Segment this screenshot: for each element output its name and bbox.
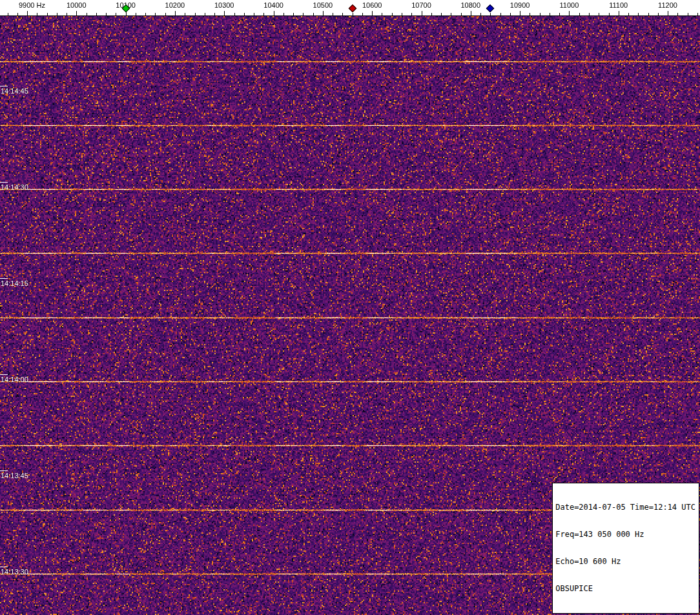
freq-minor-tick xyxy=(313,13,314,15)
freq-minor-tick xyxy=(57,13,57,15)
freq-minor-tick xyxy=(155,13,156,15)
freq-minor-tick xyxy=(540,13,540,15)
freq-minor-tick xyxy=(411,13,412,15)
freq-major-tick xyxy=(520,11,520,15)
waterfall-area: 14:14:4514:14:3014:14:1514:14:0014:13:45… xyxy=(0,16,700,615)
freq-minor-tick xyxy=(185,13,185,15)
freq-minor-tick xyxy=(658,13,659,15)
freq-minor-tick xyxy=(402,13,402,15)
frequency-axis[interactable]: 9900 Hz100001010010200103001040010500106… xyxy=(0,0,700,16)
freq-minor-tick xyxy=(342,13,343,15)
freq-axis-label: 10700 xyxy=(411,1,431,9)
freq-axis-label: 10000 xyxy=(67,1,87,9)
freq-minor-tick xyxy=(303,13,304,15)
freq-minor-tick xyxy=(353,13,353,15)
freq-axis-label: 9900 Hz xyxy=(19,1,45,9)
freq-axis-label: 11100 xyxy=(609,1,628,9)
red-diamond-marker[interactable] xyxy=(348,5,356,13)
freq-minor-tick xyxy=(688,13,688,15)
freq-minor-tick xyxy=(47,13,48,15)
info-frequency: Freq=143 050 000 Hz xyxy=(555,530,695,539)
freq-major-tick xyxy=(422,11,422,15)
freq-minor-tick xyxy=(293,13,294,15)
info-date-time: Date=2014-07-05 Time=12:14 UTC xyxy=(555,503,695,512)
freq-minor-tick xyxy=(638,13,639,15)
freq-minor-tick xyxy=(205,13,205,15)
freq-minor-tick xyxy=(136,13,136,15)
freq-minor-tick xyxy=(283,13,284,15)
freq-minor-tick xyxy=(244,13,245,15)
freq-minor-tick xyxy=(37,13,37,15)
freq-major-tick xyxy=(619,11,619,15)
freq-minor-tick xyxy=(579,13,580,15)
freq-axis-label: 10900 xyxy=(510,1,530,9)
freq-axis-label: 10500 xyxy=(313,1,333,9)
freq-minor-tick xyxy=(392,13,393,15)
freq-minor-tick xyxy=(234,13,235,15)
freq-major-tick xyxy=(323,11,324,15)
freq-axis-label: 10200 xyxy=(165,1,185,9)
freq-minor-tick xyxy=(677,13,678,15)
freq-major-tick xyxy=(175,11,176,15)
freq-minor-tick xyxy=(530,13,530,15)
freq-minor-tick xyxy=(67,13,67,15)
station-info-box: Date=2014-07-05 Time=12:14 UTC Freq=143 … xyxy=(552,483,699,614)
freq-minor-tick xyxy=(697,13,698,15)
freq-major-tick xyxy=(27,11,28,15)
freq-minor-tick xyxy=(480,13,481,15)
freq-minor-tick xyxy=(116,13,116,15)
freq-minor-tick xyxy=(500,13,501,15)
freq-minor-tick xyxy=(362,13,363,15)
freq-major-tick xyxy=(274,11,274,15)
freq-axis-label: 10300 xyxy=(214,1,234,9)
freq-minor-tick xyxy=(254,13,254,15)
freq-axis-label: 10400 xyxy=(263,1,283,9)
freq-minor-tick xyxy=(263,13,264,15)
freq-minor-tick xyxy=(461,13,462,15)
freq-minor-tick xyxy=(106,13,107,15)
freq-minor-tick xyxy=(431,13,432,15)
freq-major-tick xyxy=(668,11,668,15)
freq-minor-tick xyxy=(550,13,550,15)
freq-minor-tick xyxy=(451,13,451,15)
freq-minor-tick xyxy=(628,13,629,15)
freq-major-tick xyxy=(372,11,373,15)
freq-minor-tick xyxy=(96,13,97,15)
freq-minor-tick xyxy=(195,13,196,15)
freq-minor-tick xyxy=(8,13,8,15)
freq-minor-tick xyxy=(145,13,146,15)
info-station: OBSUPICE xyxy=(555,584,695,593)
freq-minor-tick xyxy=(441,13,442,15)
blue-diamond-marker[interactable] xyxy=(486,5,495,13)
freq-minor-tick xyxy=(17,13,18,15)
freq-minor-tick xyxy=(648,13,649,15)
freq-minor-tick xyxy=(609,13,610,15)
freq-major-tick xyxy=(569,11,570,15)
freq-minor-tick xyxy=(490,13,491,15)
freq-minor-tick xyxy=(87,13,87,15)
freq-major-tick xyxy=(224,11,225,15)
freq-minor-tick xyxy=(589,13,590,15)
freq-minor-tick xyxy=(165,13,166,15)
freq-minor-tick xyxy=(333,13,333,15)
freq-major-tick xyxy=(471,11,471,15)
meteor-waterfall-window: 9900 Hz100001010010200103001040010500106… xyxy=(0,0,700,615)
freq-minor-tick xyxy=(599,13,599,15)
freq-minor-tick xyxy=(559,13,560,15)
freq-minor-tick xyxy=(510,13,511,15)
freq-major-tick xyxy=(76,11,77,15)
info-echo: Echo=10 600 Hz xyxy=(555,557,695,566)
freq-axis-label: 10600 xyxy=(362,1,382,9)
freq-axis-label: 11200 xyxy=(658,1,677,9)
freq-axis-label: 10800 xyxy=(461,1,481,9)
freq-axis-label: 11000 xyxy=(560,1,579,9)
freq-minor-tick xyxy=(214,13,215,15)
freq-minor-tick xyxy=(382,13,382,15)
